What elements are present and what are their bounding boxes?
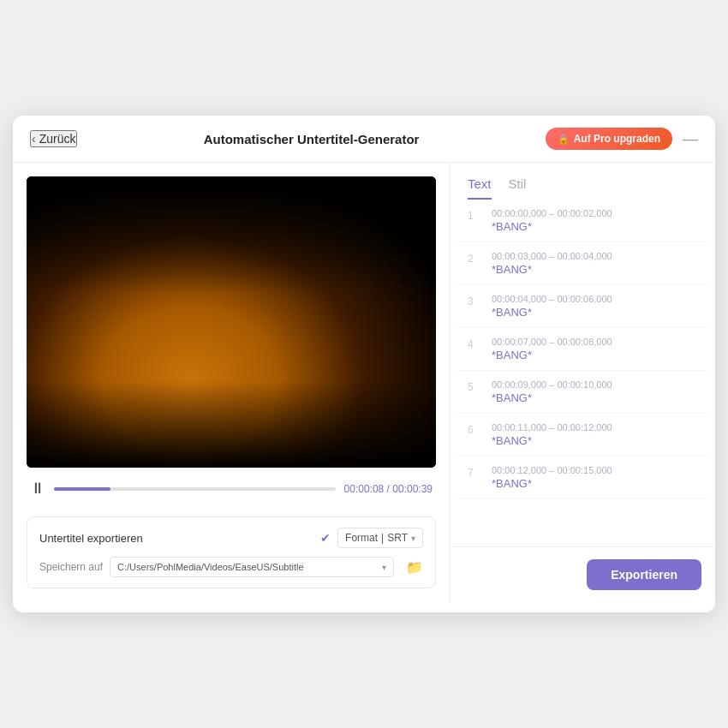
save-path-row: Speichern auf C:/Users/PohlMedia/Videos/… [39, 557, 423, 577]
format-value: SRT [387, 532, 408, 544]
save-path-value: C:/Users/PohlMedia/Videos/EaseUS/Subtitl… [117, 562, 303, 572]
left-panel: ⏸ 00:00:08 / 00:00:39 Untertitel exporti… [13, 163, 450, 602]
upgrade-button[interactable]: 🔒 Auf Pro upgraden [546, 128, 672, 150]
video-controls: ⏸ 00:00:08 / 00:00:39 [27, 471, 436, 506]
check-icon: ✔ [320, 531, 331, 545]
table-row[interactable]: 7 00:00:12,000 – 00:00:15,000 *BANG* [457, 456, 708, 499]
subtitle-content: 00:00:03,000 – 00:00:04,000 *BANG* [492, 251, 698, 276]
export-row: Untertitel exportieren ✔ Format | SRT ▾ [39, 528, 423, 548]
subtitle-time: 00:00:11,000 – 00:00:12,000 [492, 422, 698, 433]
progress-fill [54, 487, 110, 491]
table-row[interactable]: 4 00:00:07,000 – 00:00:08,000 *BANG* [457, 328, 708, 371]
subtitle-text: *BANG* [492, 263, 698, 276]
table-row[interactable]: 2 00:00:03,000 – 00:00:04,000 *BANG* [457, 242, 708, 285]
subtitle-time: 00:00:03,000 – 00:00:04,000 [492, 251, 698, 261]
subtitle-index: 6 [468, 422, 481, 436]
subtitle-index: 3 [468, 294, 481, 307]
table-row[interactable]: 5 00:00:09,000 – 00:00:10,000 *BANG* [457, 371, 708, 414]
subtitle-index: 4 [468, 337, 481, 350]
pause-icon: ⏸ [30, 480, 45, 498]
subtitle-time: 00:00:00,000 – 00:00:02,000 [492, 208, 698, 218]
app-window: ‹ Zurück Automatischer Untertitel-Genera… [13, 116, 715, 612]
time-display: 00:00:08 / 00:00:39 [344, 483, 433, 495]
export-section: Untertitel exportieren ✔ Format | SRT ▾ … [27, 516, 436, 588]
exportieren-button[interactable]: Exportieren [587, 559, 701, 590]
tab-stil[interactable]: Stil [509, 176, 527, 200]
path-chevron-icon: ▾ [382, 563, 386, 572]
play-pause-button[interactable]: ⏸ [30, 480, 45, 498]
page-title: Automatischer Untertitel-Generator [204, 132, 420, 146]
video-frame [27, 176, 436, 468]
back-button[interactable]: ‹ Zurück [30, 130, 77, 147]
format-chevron-icon: ▾ [411, 534, 415, 543]
tabs-header: Text Stil [451, 163, 715, 200]
lock-icon: 🔒 [558, 134, 570, 145]
subtitle-content: 00:00:00,000 – 00:00:02,000 *BANG* [492, 208, 698, 233]
subtitle-content: 00:00:12,000 – 00:00:15,000 *BANG* [492, 465, 698, 490]
format-select[interactable]: Format | SRT ▾ [337, 528, 423, 548]
subtitle-text: *BANG* [492, 349, 698, 361]
back-chevron-icon: ‹ [32, 132, 36, 146]
subtitle-text: *BANG* [492, 220, 698, 233]
subtitle-content: 00:00:11,000 – 00:00:12,000 *BANG* [492, 422, 698, 447]
upgrade-label: Auf Pro upgraden [574, 133, 660, 145]
subtitle-index: 1 [468, 208, 481, 222]
table-row[interactable]: 3 00:00:04,000 – 00:00:06,000 *BANG* [457, 285, 708, 328]
tab-text[interactable]: Text [468, 176, 492, 200]
back-label: Zurück [39, 132, 76, 146]
format-label: Format [345, 532, 378, 544]
subtitle-text: *BANG* [492, 434, 698, 447]
main-content: ⏸ 00:00:08 / 00:00:39 Untertitel exporti… [13, 163, 715, 602]
path-select[interactable]: C:/Users/PohlMedia/Videos/EaseUS/Subtitl… [110, 557, 394, 577]
folder-icon[interactable]: 📁 [406, 559, 423, 576]
subtitle-text: *BANG* [492, 306, 698, 319]
format-separator: | [381, 532, 384, 544]
subtitle-time: 00:00:07,000 – 00:00:08,000 [492, 337, 698, 347]
title-actions: 🔒 Auf Pro upgraden — [546, 128, 698, 150]
subtitle-content: 00:00:09,000 – 00:00:10,000 *BANG* [492, 379, 698, 404]
video-player[interactable] [27, 176, 436, 468]
subtitle-text: *BANG* [492, 391, 698, 404]
subtitle-time: 00:00:09,000 – 00:00:10,000 [492, 379, 698, 390]
subtitle-time: 00:00:12,000 – 00:00:15,000 [492, 465, 698, 475]
minimize-button[interactable]: — [683, 131, 698, 146]
subtitle-index: 5 [468, 379, 481, 393]
export-action-row: Exportieren [451, 546, 715, 602]
export-label: Untertitel exportieren [39, 532, 313, 545]
subtitle-index: 7 [468, 465, 481, 479]
subtitle-text: *BANG* [492, 477, 698, 490]
save-path-label: Speichern auf [39, 561, 103, 573]
subtitle-index: 2 [468, 251, 481, 265]
subtitle-content: 00:00:07,000 – 00:00:08,000 *BANG* [492, 337, 698, 361]
table-row[interactable]: 6 00:00:11,000 – 00:00:12,000 *BANG* [457, 414, 708, 456]
title-bar: ‹ Zurück Automatischer Untertitel-Genera… [13, 116, 715, 163]
table-row[interactable]: 1 00:00:00,000 – 00:00:02,000 *BANG* [457, 200, 708, 242]
subtitles-list: 1 00:00:00,000 – 00:00:02,000 *BANG* 2 0… [451, 200, 715, 546]
subtitle-time: 00:00:04,000 – 00:00:06,000 [492, 294, 698, 304]
subtitle-content: 00:00:04,000 – 00:00:06,000 *BANG* [492, 294, 698, 319]
progress-bar[interactable] [54, 487, 336, 491]
right-panel: Text Stil 1 00:00:00,000 – 00:00:02,000 … [450, 163, 715, 602]
